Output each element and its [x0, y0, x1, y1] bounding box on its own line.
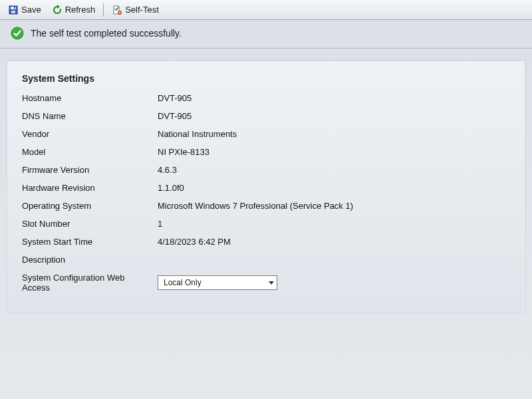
webaccess-select[interactable]: Local Only [158, 275, 277, 290]
hostname-value: DVT-905 [158, 93, 510, 103]
hwrev-label: Hardware Revision [22, 183, 152, 193]
selftest-icon [112, 5, 122, 15]
hostname-label: Hostname [22, 93, 152, 103]
dnsname-value: DVT-905 [158, 111, 510, 121]
save-label: Save [21, 5, 41, 15]
refresh-icon [52, 5, 63, 15]
firmware-value: 4.6.3 [158, 165, 510, 175]
settings-grid: Hostname DVT-905 DNS Name DVT-905 Vendor… [22, 93, 510, 293]
starttime-label: System Start Time [22, 237, 152, 247]
selftest-button[interactable]: Self-Test [108, 3, 163, 17]
model-value: NI PXIe-8133 [158, 147, 510, 157]
content: System Settings Hostname DVT-905 DNS Nam… [22, 73, 510, 293]
webaccess-label: System Configuration Web Access [22, 273, 152, 293]
vendor-label: Vendor [22, 129, 152, 139]
svg-point-6 [11, 27, 23, 39]
save-button[interactable]: Save [4, 3, 45, 17]
starttime-value: 4/18/2023 6:42 PM [158, 237, 510, 247]
webaccess-cell: Local Only [158, 275, 510, 290]
save-icon [8, 5, 19, 15]
model-label: Model [22, 147, 152, 157]
os-label: Operating System [22, 201, 152, 211]
refresh-button[interactable]: Refresh [48, 3, 100, 17]
status-message: The self test completed successfully. [31, 28, 182, 39]
svg-rect-3 [14, 7, 15, 9]
webaccess-selected: Local Only [164, 278, 201, 287]
chevron-down-icon [269, 281, 274, 285]
status-bar: The self test completed successfully. [0, 20, 532, 49]
firmware-label: Firmware Version [22, 165, 152, 175]
selftest-label: Self-Test [125, 5, 159, 15]
os-value: Microsoft Windows 7 Professional (Servic… [158, 201, 510, 211]
success-icon [11, 27, 24, 40]
toolbar-separator [103, 3, 104, 17]
toolbar: Save Refresh Self-Test [0, 0, 532, 20]
settings-panel: System Settings Hostname DVT-905 DNS Nam… [7, 61, 525, 313]
vendor-value: National Instruments [158, 129, 510, 139]
slot-value: 1 [158, 219, 510, 229]
svg-rect-2 [11, 11, 15, 13]
hwrev-value: 1.1.0f0 [158, 183, 510, 193]
description-label: Description [22, 255, 152, 265]
dnsname-label: DNS Name [22, 111, 152, 121]
slot-label: Slot Number [22, 219, 152, 229]
refresh-label: Refresh [65, 5, 96, 15]
section-title: System Settings [22, 73, 510, 84]
